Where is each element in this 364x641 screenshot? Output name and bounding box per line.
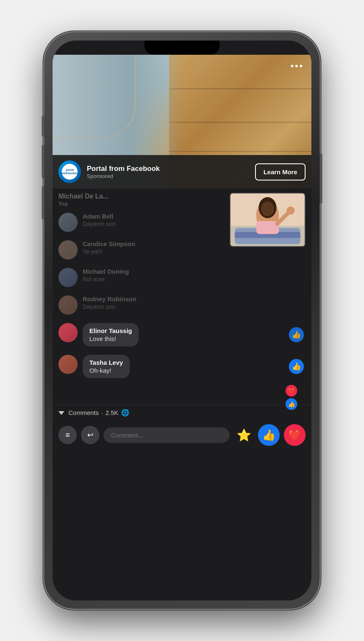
avatar — [58, 213, 78, 232]
commenter-name: Tasha Levy — [89, 359, 123, 366]
svg-point-9 — [287, 206, 295, 214]
reaction-stack: ❤️ 👍 — [53, 384, 305, 405]
ad-brand-name: Portal from Facebook — [87, 165, 249, 173]
globe-icon: 🌐 — [121, 409, 129, 417]
screen-content: ••• portalfromFacebook Portal from Faceb… — [53, 41, 311, 600]
share-icon-button[interactable]: ↩ — [81, 426, 99, 444]
comment-item: Michael Duning Not sure — [53, 264, 311, 291]
portal-logo-text: portalfromFacebook — [60, 168, 80, 175]
comments-bar: Comments · 2.5K 🌐 — [53, 405, 311, 420]
action-bar: ≡ ↩ ⭐ 👍 ❤️ — [53, 420, 311, 450]
commenter-name: Adam Bell — [83, 213, 116, 220]
avatar — [58, 355, 78, 374]
ad-sponsored-label: Sponsored — [87, 173, 249, 179]
svg-point-7 — [261, 201, 274, 216]
commenter-name: Rodney Robinson — [83, 295, 136, 303]
dot-separator: · — [101, 409, 103, 416]
shelf-line-1 — [169, 88, 311, 89]
comment-content: Rodney Robinson Dayamn son — [83, 295, 136, 310]
phone-screen: ••• portalfromFacebook Portal from Faceb… — [53, 41, 311, 600]
avatar — [58, 323, 78, 342]
star-button[interactable]: ⭐ — [234, 425, 254, 445]
like-reaction[interactable]: 👍 — [289, 359, 304, 374]
commenter-name: Candice Simpson — [83, 240, 135, 247]
volume-up-button[interactable] — [42, 116, 44, 137]
ad-info: Portal from Facebook Sponsored — [87, 165, 249, 179]
commenter-name: Michael Duning — [83, 268, 129, 275]
ad-bar: portalfromFacebook Portal from Facebook … — [53, 155, 311, 188]
video-thumb-bg — [230, 193, 305, 246]
chevron-down-icon[interactable] — [58, 409, 66, 417]
video-thumbnail[interactable] — [230, 193, 306, 247]
comment-text: Ye-yah! — [83, 248, 135, 255]
comments-count: 2.5K — [106, 409, 119, 416]
portal-logo-inner: portalfromFacebook — [62, 164, 78, 180]
like-reaction-small[interactable]: 👍 — [286, 398, 297, 410]
comment-text: Dayamn son — [83, 303, 136, 310]
like-big-button[interactable]: 👍 — [258, 424, 280, 446]
ad-more-options[interactable]: ••• — [291, 61, 304, 71]
learn-more-button[interactable]: Learn More — [255, 163, 306, 181]
comment-bubble: Tasha Levy Oh-kay! — [83, 355, 130, 378]
feed-area: Michael De La... Top Adam Bell Dayamn so… — [53, 188, 311, 450]
comments-label: Comments — [68, 409, 99, 416]
heart-reaction-small[interactable]: ❤️ — [286, 385, 297, 397]
staircase — [53, 55, 136, 138]
comment-bubble: Elinor Taussig Love this! — [83, 323, 139, 346]
comment-text: Not sure — [83, 276, 129, 282]
comment-content: Candice Simpson Ye-yah! — [83, 240, 135, 255]
portal-logo: portalfromFacebook — [58, 160, 81, 183]
avatar — [58, 295, 78, 315]
comment-item: Tasha Levy Oh-kay! 👍 — [53, 351, 311, 382]
silent-switch[interactable] — [42, 186, 44, 219]
stacked-reactions: ❤️ 👍 — [286, 385, 297, 410]
comment-text: Love this! — [89, 335, 132, 342]
comment-content: Michael Duning Not sure — [83, 268, 129, 282]
volume-down-button[interactable] — [42, 145, 44, 178]
heart-big-button[interactable]: ❤️ — [284, 424, 306, 446]
comment-item: Rodney Robinson Dayamn son — [53, 291, 311, 319]
phone-frame: ••• portalfromFacebook Portal from Faceb… — [44, 32, 320, 609]
video-person — [230, 193, 305, 246]
like-reaction[interactable]: 👍 — [289, 327, 304, 342]
comment-content: Adam Bell Dayamn son — [83, 213, 116, 227]
ad-image: ••• portalfromFacebook Portal from Faceb… — [53, 55, 311, 188]
power-button[interactable] — [320, 153, 322, 203]
shelf-line-2 — [169, 122, 311, 123]
menu-icon-button[interactable]: ≡ — [58, 426, 77, 444]
comment-input[interactable] — [104, 427, 230, 443]
shelf-line-3 — [169, 151, 311, 152]
avatar — [58, 240, 78, 259]
comment-text: Dayamn son — [83, 221, 116, 227]
commenter-name: Elinor Taussig — [89, 327, 132, 334]
avatar — [58, 268, 78, 287]
comment-text: Oh-kay! — [89, 367, 123, 374]
notch — [144, 41, 220, 55]
comment-item: Elinor Taussig Love this! 👍 — [53, 319, 311, 351]
